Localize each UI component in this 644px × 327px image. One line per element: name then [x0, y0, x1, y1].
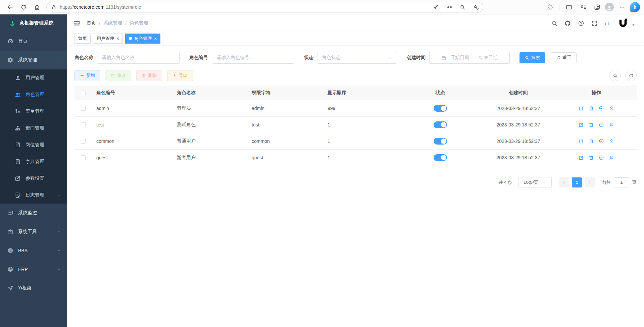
row-checkbox[interactable]: [81, 106, 86, 111]
profile-avatar[interactable]: [605, 3, 614, 11]
row-delete-icon[interactable]: [589, 106, 594, 111]
address-bar[interactable]: https://ccnetcore.com:1101/system/role A: [46, 2, 483, 12]
row-assign-user-icon[interactable]: [609, 139, 614, 144]
sidebar-item-10[interactable]: 日志管理: [0, 187, 67, 204]
browser-home-button[interactable]: [31, 1, 43, 13]
sidebar-item-4[interactable]: 角色管理: [0, 86, 67, 103]
export-button[interactable]: 导出: [167, 70, 193, 81]
breadcrumb-item-2[interactable]: 系统管理: [103, 20, 122, 26]
status-toggle[interactable]: [434, 121, 447, 128]
prev-page-button[interactable]: [559, 177, 569, 187]
row-assign-user-icon[interactable]: [609, 155, 614, 160]
header-search-icon[interactable]: [551, 20, 557, 26]
row-checkbox[interactable]: [81, 122, 86, 127]
browser-refresh-button[interactable]: [17, 1, 30, 13]
sidebar-item-6[interactable]: 部门管理: [0, 120, 67, 137]
sidebar-item-5[interactable]: 菜单管理: [0, 103, 67, 120]
browser-chrome: https://ccnetcore.com:1101/system/role A…: [0, 0, 644, 14]
text-size-icon[interactable]: TT: [605, 20, 611, 26]
zoom-out-button[interactable]: [457, 2, 467, 12]
chevron-down-icon: [542, 180, 546, 184]
edit-button[interactable]: 修改: [105, 70, 131, 81]
toggle-search-button[interactable]: [609, 70, 621, 81]
row-checkbox[interactable]: [81, 139, 86, 144]
refresh-table-button[interactable]: [625, 70, 637, 81]
row-delete-icon[interactable]: [589, 139, 594, 144]
row-edit-icon[interactable]: [579, 155, 584, 160]
sidebar-item-7[interactable]: 岗位管理: [0, 137, 67, 153]
password-button[interactable]: [431, 2, 441, 12]
row-data-scope-icon[interactable]: [599, 155, 604, 160]
page-size-select[interactable]: 10条/页: [518, 177, 552, 187]
user-menu-logo[interactable]: [618, 18, 628, 28]
goto-page-input[interactable]: [614, 177, 629, 187]
help-icon[interactable]: [578, 20, 584, 26]
role-code-cell: common: [93, 139, 174, 144]
row-delete-icon[interactable]: [589, 122, 594, 127]
tab-2[interactable]: 用户管理×: [93, 34, 123, 44]
tab-close-icon[interactable]: ×: [116, 36, 119, 41]
fullscreen-icon[interactable]: [591, 20, 598, 26]
page-button-1[interactable]: 1: [572, 177, 582, 187]
delete-button[interactable]: 删除: [136, 70, 162, 81]
split-screen-button[interactable]: [563, 1, 575, 13]
github-icon[interactable]: [564, 20, 571, 26]
table-row-4: guest游客用户guest12023-03-29 18:52:37: [75, 150, 637, 166]
breadcrumb-item-1[interactable]: 首页: [87, 20, 96, 26]
row-data-scope-icon[interactable]: [599, 139, 604, 144]
status-select[interactable]: 角色状态: [317, 52, 397, 64]
date-range-picker[interactable]: 开始日期 - 结束日期: [429, 52, 510, 64]
hamburger-icon[interactable]: [73, 19, 81, 27]
role-name-input[interactable]: 请输入角色名称: [97, 52, 180, 64]
row-edit-icon[interactable]: [579, 122, 584, 127]
favorite-button[interactable]: [471, 2, 481, 12]
status-toggle[interactable]: [434, 154, 447, 161]
reset-icon: [556, 56, 560, 60]
status-cell: [400, 105, 481, 112]
add-button[interactable]: 新增: [75, 70, 100, 81]
read-aloud-button[interactable]: A: [444, 2, 454, 12]
status-toggle[interactable]: [434, 138, 447, 145]
sidebar-item-label: 用户管理: [26, 75, 44, 81]
favorites-bar-button[interactable]: [577, 1, 589, 13]
sidebar-item-9[interactable]: 参数设置: [0, 170, 67, 187]
extensions-button[interactable]: [544, 1, 556, 13]
row-assign-user-icon[interactable]: [609, 106, 614, 111]
search-button[interactable]: 搜索: [519, 52, 545, 63]
edit-icon: [111, 73, 115, 78]
sidebar-item-label: ERP: [18, 267, 28, 272]
browser-menu-button[interactable]: [616, 1, 628, 13]
row-data-scope-icon[interactable]: [599, 106, 604, 111]
sidebar-item-14[interactable]: ERP: [0, 260, 67, 279]
role-code-input[interactable]: 请输入角色编号: [212, 52, 294, 64]
row-edit-icon[interactable]: [579, 139, 584, 144]
row-assign-user-icon[interactable]: [609, 122, 614, 127]
breadcrumb-item-3[interactable]: 角色管理: [130, 20, 148, 26]
created-time-cell: 2023-03-29 18:52:37: [481, 155, 556, 160]
bing-chat-button[interactable]: b: [630, 2, 640, 12]
tab-1[interactable]: 首页: [75, 34, 91, 44]
row-data-scope-icon[interactable]: [599, 122, 604, 127]
sidebar-item-15[interactable]: Yi框架: [0, 279, 67, 297]
sidebar-item-8[interactable]: 字典管理: [0, 153, 67, 170]
row-checkbox[interactable]: [81, 155, 86, 160]
next-page-button[interactable]: [585, 177, 595, 187]
caret-down-icon[interactable]: [632, 23, 635, 27]
row-delete-icon[interactable]: [589, 155, 594, 160]
column-header-2: 角色名称: [174, 90, 248, 96]
tab-close-icon[interactable]: ×: [154, 36, 157, 41]
row-edit-icon[interactable]: [579, 106, 584, 111]
reset-button[interactable]: 重置: [551, 52, 577, 63]
browser-back-button[interactable]: [4, 1, 16, 13]
tags-bar: 首页用户管理×角色管理×: [67, 32, 644, 45]
collections-button[interactable]: [591, 1, 603, 13]
sidebar-item-11[interactable]: 系统监控: [0, 204, 67, 222]
status-toggle[interactable]: [434, 105, 447, 112]
sidebar-item-13[interactable]: BBS: [0, 241, 67, 260]
sidebar-item-2[interactable]: 系统管理: [0, 51, 67, 69]
select-all-checkbox[interactable]: [81, 91, 86, 95]
sidebar-item-12[interactable]: 系统工具: [0, 222, 67, 241]
tab-3[interactable]: 角色管理×: [125, 34, 160, 44]
sidebar-item-1[interactable]: 首页: [0, 32, 67, 51]
sidebar-item-3[interactable]: 用户管理: [0, 69, 67, 86]
